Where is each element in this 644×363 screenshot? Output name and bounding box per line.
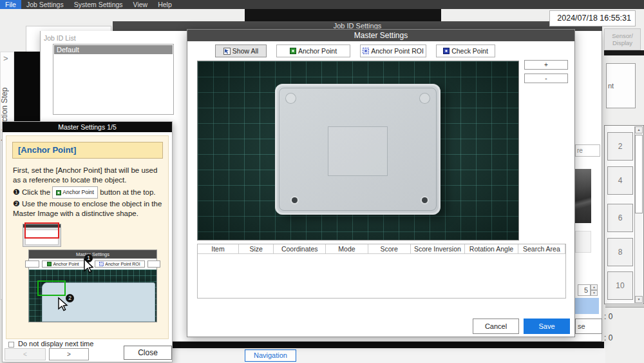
instruction-panel-titlebar: Master Settings 1/5 [3, 122, 172, 132]
anchor-point-icon [47, 262, 52, 266]
sensor-display-button[interactable]: Sensor/ Display [604, 28, 641, 50]
job-id-list: Default [53, 44, 174, 115]
step1-pre-text: Click the [22, 188, 50, 196]
step-tile-6[interactable]: 6 [607, 204, 633, 232]
menu-bar: File Job Settings System Settings View H… [0, 0, 644, 9]
spinner-up-icon[interactable]: ▲ [591, 284, 598, 290]
master-image-canvas[interactable] [197, 61, 519, 240]
previous-page-button[interactable]: < [5, 348, 46, 360]
scroll-down-icon[interactable]: ▼ [635, 296, 643, 303]
mini-anchor-point-label: Anchor Point [53, 262, 79, 266]
camera-header-bar [245, 9, 441, 21]
spinner-value[interactable]: 5 [578, 284, 591, 296]
menu-help[interactable]: Help [153, 0, 177, 9]
mini-partial-left-button [25, 260, 39, 268]
sensor-display-line2: Display [605, 39, 640, 46]
instruction-body-text: First, set the [Anchor Point] that will … [13, 166, 165, 185]
instruction-step2: ❷ Use the mouse to enclose the object in… [13, 199, 165, 219]
partial-button-re[interactable]: re [575, 144, 600, 157]
workpiece-boss-right [419, 93, 430, 104]
anchor-point-roi-icon [363, 48, 369, 54]
do-not-display-checkbox[interactable] [8, 342, 14, 348]
anchor-point-roi-icon [99, 262, 104, 266]
col-score: Score [368, 244, 411, 253]
master-settings-dialog: Master Settings Show All Anchor Point An… [187, 29, 575, 337]
workpiece-boss-left [285, 93, 296, 104]
status-counter-1: : 0 [604, 312, 612, 321]
anchor-point-label: Anchor Point [298, 47, 337, 55]
status-counter-2: : 0 [604, 333, 612, 342]
navigation-button[interactable]: Navigation [245, 349, 296, 362]
instruction-step1: ❶ Click the Anchor Point button at the t… [13, 186, 165, 199]
step-list-panel: 2 4 6 8 10 ▲ ▼ [604, 125, 644, 304]
col-mode: Mode [326, 244, 368, 253]
job-id-list-label: Job ID List [44, 34, 76, 42]
step1-post-text: button at the top. [100, 188, 155, 196]
spinner-down-icon[interactable]: ▼ [591, 290, 598, 296]
scrollbar[interactable]: ▲ ▼ [634, 126, 643, 303]
sensor-display-line1: Sensor/ [605, 32, 640, 39]
step2-text: Use the mouse to enclose the object in t… [13, 200, 162, 217]
highlight-red-rectangle [24, 222, 59, 239]
close-button[interactable]: Close [124, 346, 172, 360]
app-screen: File Job Settings System Settings View H… [0, 0, 644, 363]
check-point-button[interactable]: Check Point [436, 44, 495, 57]
step1-inline-anchor-button: Anchor Point [52, 186, 98, 199]
illustration-mini-dialog: Master Settings Anchor Point Anchor Poin… [28, 250, 157, 322]
check-point-label: Check Point [451, 47, 488, 55]
save-button[interactable]: Save [524, 319, 570, 334]
scrollbar-thumb[interactable] [635, 135, 643, 213]
scroll-up-icon[interactable]: ▲ [635, 126, 643, 133]
zoom-in-button[interactable]: + [524, 60, 568, 70]
instruction-panel: Master Settings 1/5 [Anchor Point] First… [2, 121, 173, 362]
zoom-out-button[interactable]: - [524, 74, 568, 83]
job-id-list-item-default[interactable]: Default [54, 45, 173, 54]
cancel-button[interactable]: Cancel [473, 319, 519, 334]
anchor-point-roi-button[interactable]: Anchor Point ROI [360, 44, 426, 57]
col-score-inversion: Score Inversion [411, 244, 466, 253]
partial-label-box: nt [606, 63, 636, 108]
workpiece-hole-left [292, 197, 298, 203]
partial-gray-box [575, 231, 591, 253]
col-rotation-angle: Rotation Angle [465, 244, 518, 253]
panel-underline [605, 306, 644, 308]
step-tile-8[interactable]: 8 [607, 238, 633, 266]
workpiece-label-recess [328, 126, 388, 176]
show-all-button[interactable]: Show All [215, 44, 267, 57]
mouse-cursor-icon [57, 297, 70, 312]
anchor-point-button[interactable]: Anchor Point [276, 44, 350, 57]
menu-view[interactable]: View [128, 0, 153, 9]
datetime-display: 2024/07/18 16:55:31 [549, 10, 636, 26]
col-search-area: Search Area [518, 244, 565, 253]
anchor-point-roi-label: Anchor Point ROI [371, 47, 424, 55]
step-tile-4[interactable]: 4 [607, 166, 633, 195]
show-all-label: Show All [232, 47, 258, 55]
col-coordinates: Coordinates [274, 244, 326, 253]
check-point-icon [443, 48, 450, 54]
roi-green-rectangle [37, 280, 66, 296]
menu-system-settings[interactable]: System Settings [69, 0, 128, 9]
workpiece-object [275, 84, 440, 215]
step1-inline-anchor-label: Anchor Point [62, 188, 94, 197]
step-tile-10[interactable]: 10 [607, 271, 633, 300]
do-not-display-label: Do not display next time [18, 340, 93, 348]
partial-label-text: nt [608, 82, 614, 90]
partial-blue-button [575, 298, 599, 314]
master-settings-titlebar: Master Settings [187, 30, 574, 41]
next-page-button[interactable]: > [49, 348, 89, 360]
mini-anchor-point-roi-button: Anchor Point ROI [95, 260, 145, 268]
menu-file[interactable]: File [0, 0, 21, 9]
chevron-right-icon[interactable]: > [3, 54, 8, 63]
results-table: Item Size Coordinates Mode Score Score I… [197, 244, 566, 299]
mouse-cursor-icon [82, 258, 95, 275]
mini-anchor-point-button: Anchor Point [42, 260, 84, 268]
partial-close-button[interactable]: se [575, 319, 602, 334]
workpiece-hole-right [422, 197, 428, 203]
instruction-panel-body: [Anchor Point] First, set the [Anchor Po… [6, 135, 169, 339]
col-item: Item [198, 244, 239, 253]
menu-job-settings[interactable]: Job Settings [21, 0, 69, 9]
mini-master-image: 2 [29, 270, 156, 322]
step-tile-2[interactable]: 2 [607, 132, 633, 161]
col-size: Size [239, 244, 274, 253]
spinner-buttons: ▲ ▼ [591, 284, 598, 296]
